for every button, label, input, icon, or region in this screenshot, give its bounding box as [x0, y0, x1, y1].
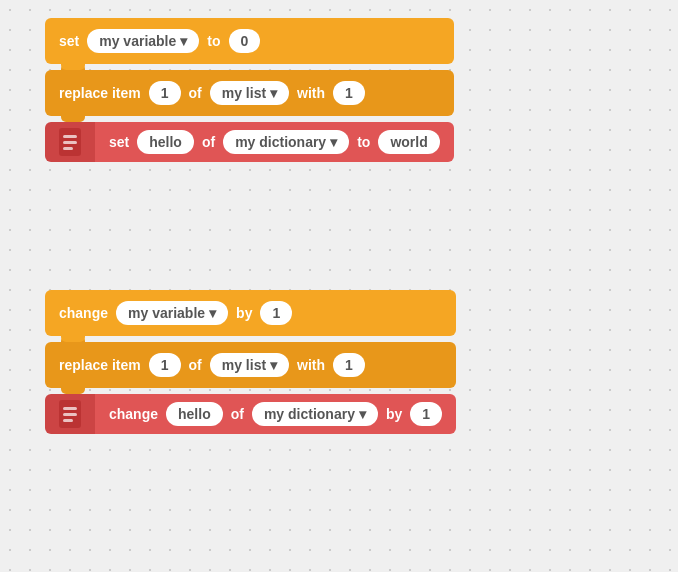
by-value-1[interactable]: 1: [410, 402, 442, 426]
replace-item-block-1[interactable]: replace item 1 of my list ▾ with 1: [45, 70, 454, 116]
dict-icon-container-2: [45, 394, 95, 434]
dropdown-arrow-icon: ▾: [180, 33, 187, 49]
my-dict-dropdown-1[interactable]: my dictionary ▾: [223, 130, 349, 154]
hello-value-1[interactable]: hello: [137, 130, 194, 154]
dict-icon-container: [45, 122, 95, 162]
with-value-1[interactable]: 1: [333, 81, 365, 105]
by-label-1: by: [236, 305, 252, 321]
change-label: change: [59, 305, 108, 321]
of-label-2: of: [189, 357, 202, 373]
change-variable-block[interactable]: change my variable ▾ by 1: [45, 290, 456, 336]
of-label-1: of: [189, 85, 202, 101]
with-label-1: with: [297, 85, 325, 101]
replace-label-2: replace item: [59, 357, 141, 373]
block-group-2: change my variable ▾ by 1 replace item 1…: [45, 290, 456, 434]
value-0[interactable]: 0: [229, 29, 261, 53]
change-label-dict: change: [109, 406, 158, 422]
by-label-dict: by: [386, 406, 402, 422]
replace-item-block-2[interactable]: replace item 1 of my list ▾ with 1: [45, 342, 456, 388]
my-dict-dropdown-2[interactable]: my dictionary ▾: [252, 402, 378, 426]
with-label-2: with: [297, 357, 325, 373]
world-value[interactable]: world: [378, 130, 439, 154]
change-value-1[interactable]: 1: [260, 301, 292, 325]
dropdown-arrow-icon-2: ▾: [270, 85, 277, 101]
of-label-dict-2: of: [231, 406, 244, 422]
my-variable-dropdown-2[interactable]: my variable ▾: [116, 301, 228, 325]
set-variable-block[interactable]: set my variable ▾ to 0: [45, 18, 454, 64]
item-index-2[interactable]: 1: [149, 353, 181, 377]
with-value-2[interactable]: 1: [333, 353, 365, 377]
of-label-dict-1: of: [202, 134, 215, 150]
my-variable-dropdown-1[interactable]: my variable ▾: [87, 29, 199, 53]
replace-label-1: replace item: [59, 85, 141, 101]
set-dictionary-block[interactable]: set hello of my dictionary ▾ to world: [45, 122, 454, 162]
change-dictionary-block[interactable]: change hello of my dictionary ▾ by 1: [45, 394, 456, 434]
block-group-1: set my variable ▾ to 0 replace item 1 of…: [45, 18, 454, 162]
dict-block-content-2[interactable]: change hello of my dictionary ▾ by 1: [95, 394, 456, 434]
dropdown-arrow-icon-5: ▾: [270, 357, 277, 373]
dict-block-content[interactable]: set hello of my dictionary ▾ to world: [95, 122, 454, 162]
to-label-1: to: [207, 33, 220, 49]
set-label-dict: set: [109, 134, 129, 150]
dropdown-arrow-icon-3: ▾: [330, 134, 337, 150]
to-label-dict-1: to: [357, 134, 370, 150]
item-index-1[interactable]: 1: [149, 81, 181, 105]
hello-value-2[interactable]: hello: [166, 402, 223, 426]
dict-icon-2: [59, 400, 81, 428]
dict-icon: [59, 128, 81, 156]
set-label: set: [59, 33, 79, 49]
dropdown-arrow-icon-4: ▾: [209, 305, 216, 321]
my-list-dropdown-2[interactable]: my list ▾: [210, 353, 289, 377]
dropdown-arrow-icon-6: ▾: [359, 406, 366, 422]
my-list-dropdown-1[interactable]: my list ▾: [210, 81, 289, 105]
